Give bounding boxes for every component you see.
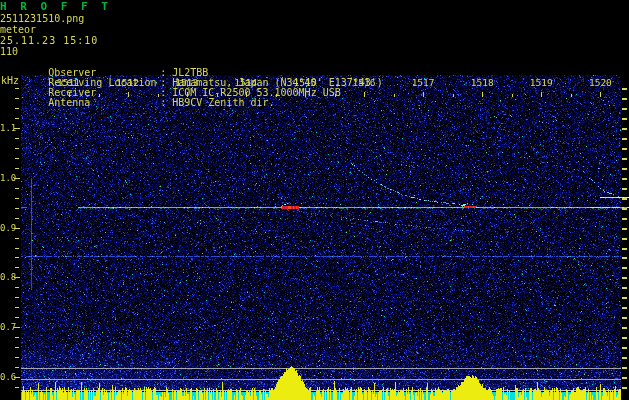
info-row-observer: Observer:JL2TBB [0,57,629,67]
hrofft-screenshot: H R O F F T 2511231510.png meteor 25.11.… [0,0,629,400]
capture-filename: 2511231510.png [0,13,629,24]
echo-count: 110 [0,46,629,57]
header: H R O F F T 2511231510.png meteor 25.11.… [0,0,629,75]
info-value: HB9CV Zenith dir. [172,97,274,108]
info-label: Antenna [48,98,160,109]
freq-tick-label: 1.1 [0,123,15,133]
freq-tick-label: 0.6 [0,372,15,382]
observation-mode: meteor [0,24,629,35]
freq-tick-label: 0.7 [0,322,15,332]
info-separator: : [160,98,172,109]
capture-datetime: 25.11.23 15:10 [0,35,629,46]
app-title: H R O F F T [0,0,629,13]
station-info: Observer:JL2TBB Receiving Location:Hamam… [0,57,629,98]
freq-tick-label: 0.9 [0,223,15,233]
freq-tick-label: 0.8 [0,272,15,282]
freq-tick-label: 1.0 [0,173,15,183]
